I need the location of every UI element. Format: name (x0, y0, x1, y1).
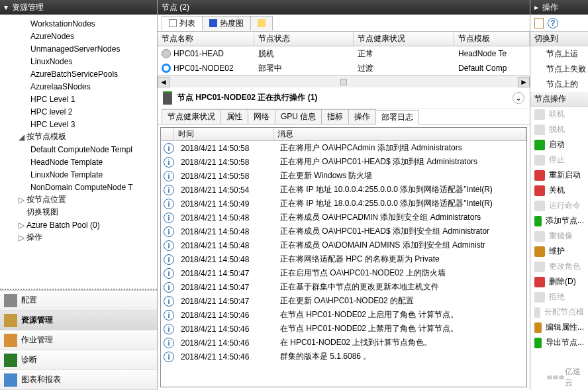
tree-item[interactable]: LinuxNode Template (0, 168, 157, 181)
info-icon: i (164, 143, 174, 154)
log-time: 2018/4/21 14:50:46 (177, 352, 276, 362)
table-row[interactable]: HPC01-NODE02部署中过渡Default Comp (158, 61, 530, 75)
detail-tab[interactable]: 部署日志 (375, 110, 419, 124)
tree-group-label: 按节点位置 (26, 194, 66, 205)
scroll-right-icon[interactable]: ► (518, 77, 530, 87)
grid-body: HPC01-HEAD脱机正常HeadNode TeHPC01-NODE02部署中… (158, 46, 530, 75)
log-row[interactable]: i2018/4/21 14:50:46在节点 HPC01-NODE02 上启用了… (161, 308, 526, 322)
action-item[interactable]: 启动 (530, 137, 588, 152)
tri-right-icon: ▷ (19, 220, 26, 230)
tree-item[interactable]: AzureBatchServicePools (0, 68, 157, 80)
tree-item[interactable]: NonDomain ComputeNode T (0, 181, 157, 193)
tree-item[interactable]: HPC Level 3 (0, 118, 157, 130)
log-row[interactable]: i2018/4/21 14:50:58正在将用户 OA\HPC01-HEAD$ … (161, 155, 526, 169)
detail-tab[interactable]: 指标 (321, 109, 349, 124)
action-item[interactable]: 导出节点... (530, 335, 588, 350)
view-tabs: 列表 热度图 (158, 15, 530, 32)
action-item[interactable]: 删除(D) (530, 274, 588, 289)
action-item[interactable]: 关机 (530, 183, 588, 198)
log-row[interactable]: i2018/4/21 14:50:48正在将网络适配器 HPC 的名称更新为 P… (161, 252, 526, 266)
col-node-name[interactable]: 节点名称 (158, 32, 254, 46)
log-row[interactable]: i2018/4/21 14:50:47正在基于群集中节点的更改更新本地主机文件 (161, 280, 526, 294)
tree-item[interactable]: LinuxNodes (0, 55, 157, 68)
tree-item[interactable]: UnmanagedServerNodes (0, 42, 157, 55)
clipboard-icon[interactable] (534, 18, 544, 28)
tree-item[interactable]: WorkstationNodes (0, 17, 157, 30)
nav-list: 配置资源管理作业管理诊断图表和报表 (0, 290, 157, 390)
left-title: 资源管理 (12, 2, 44, 13)
scroll-thumb[interactable] (340, 79, 347, 85)
log-body[interactable]: i2018/4/21 14:50:58正在将用户 OA\HPCAdmin 添加到… (161, 141, 526, 387)
log-row[interactable]: i2018/4/21 14:50:46在 HPC01-NODE02 上找到计算节… (161, 336, 526, 350)
tree-item[interactable]: AzureNodes (0, 30, 157, 42)
action-label: 维护 (549, 246, 565, 257)
detail-tab[interactable]: GPU 信息 (275, 109, 322, 124)
nav-label: 图表和报表 (21, 374, 61, 385)
collapse-icon[interactable]: ⌄ (513, 92, 524, 104)
tower-icon (163, 91, 172, 105)
action-icon (534, 109, 545, 120)
tree-item[interactable]: Default ComputeNode Templ (0, 143, 157, 156)
tree-item[interactable]: AzureIaaSNodes (0, 80, 157, 93)
action-item[interactable]: 添加节点... (530, 213, 588, 228)
col-time[interactable]: 时间 (174, 128, 273, 140)
log-row[interactable]: i2018/4/21 14:50:54正在将 IP 地址 10.0.0.4:25… (161, 183, 526, 197)
info-icon: i (164, 338, 174, 348)
switch-item[interactable]: 节点上的 (530, 77, 588, 92)
col-icon[interactable] (161, 128, 174, 140)
action-icon (534, 277, 545, 287)
help-icon[interactable]: ? (548, 18, 558, 28)
scroll-track[interactable] (170, 79, 518, 85)
tree-group[interactable]: ▷按节点位置 (0, 193, 157, 206)
h-scrollbar[interactable]: ◄ ► (158, 75, 530, 87)
log-row[interactable]: i2018/4/21 14:50:48正在将成员 OA\HPCADMIN 添加到… (161, 211, 526, 224)
tree-group[interactable]: 切换视图 (0, 206, 157, 219)
col-node-health[interactable]: 节点健康状况 (354, 32, 454, 46)
chevron-down-icon[interactable]: ▾ (4, 3, 8, 12)
switch-item[interactable]: 节点上失败 (530, 62, 588, 77)
nav-item[interactable]: 图表和报表 (0, 370, 157, 390)
tree-group[interactable]: ▷操作 (0, 231, 157, 244)
tree-item[interactable]: HPC Level 1 (0, 93, 157, 105)
log-row[interactable]: i2018/4/21 14:50:58正在更新 Windows 防火墙 (161, 169, 526, 183)
tab-new[interactable] (250, 16, 273, 30)
log-row[interactable]: i2018/4/21 14:50:47正在更新 OA\HPC01-NODE02 … (161, 294, 526, 308)
log-row[interactable]: i2018/4/21 14:50:46群集的版本是 5.1.6086 。 (161, 350, 526, 364)
action-icon (534, 231, 545, 242)
log-row[interactable]: i2018/4/21 14:50:46在节点 HPC01-NODE02 上禁用了… (161, 322, 526, 336)
col-node-template[interactable]: 节点模板 (454, 32, 530, 46)
col-node-state[interactable]: 节点状态 (254, 32, 354, 46)
log-row[interactable]: i2018/4/21 14:50:48正在将成员 OA\HPC01-HEAD$ … (161, 224, 526, 238)
nav-label: 诊断 (21, 354, 37, 366)
action-item: 停止 (530, 152, 588, 168)
cell-template: Default Comp (454, 64, 530, 73)
chevron-right-icon[interactable]: ▸ (534, 3, 538, 12)
nav-item[interactable]: 资源管理 (0, 311, 157, 330)
tree-item[interactable]: HPC level 2 (0, 105, 157, 118)
detail-tab[interactable]: 操作 (348, 109, 376, 124)
log-msg: 正在将成员 OA\HPCADMIN 添加到安全组 Administrators (276, 212, 526, 223)
tab-list[interactable]: 列表 (162, 16, 203, 30)
table-row[interactable]: HPC01-HEAD脱机正常HeadNode Te (158, 46, 530, 61)
tree-group[interactable]: ◢按节点模板 (0, 130, 157, 143)
scroll-left-icon[interactable]: ◄ (158, 77, 170, 87)
detail-tab[interactable]: 节点健康状况 (162, 109, 221, 124)
nav-item[interactable]: 配置 (0, 291, 157, 311)
log-row[interactable]: i2018/4/21 14:50:48正在将成员 OA\DOMAIN ADMIN… (161, 238, 526, 252)
switch-item[interactable]: 节点上运 (530, 46, 588, 62)
tree-group[interactable]: ▷Azure Batch Pool (0) (0, 219, 157, 231)
tree-item[interactable]: HeadNode Template (0, 156, 157, 168)
action-item[interactable]: 编辑属性... (530, 320, 588, 335)
nav-item[interactable]: 诊断 (0, 350, 157, 370)
log-row[interactable]: i2018/4/21 14:50:47正在启用节点 OA\HPC01-NODE0… (161, 266, 526, 280)
action-item[interactable]: 重新启动 (530, 168, 588, 183)
tab-heatmap[interactable]: 热度图 (202, 16, 251, 30)
detail-tab[interactable]: 网络 (248, 109, 275, 124)
action-item[interactable]: 维护 (530, 244, 588, 259)
tri-right-icon: ▷ (19, 195, 26, 205)
log-row[interactable]: i2018/4/21 14:50:58正在将用户 OA\HPCAdmin 添加到… (161, 141, 526, 155)
nav-item[interactable]: 作业管理 (0, 330, 157, 350)
log-row[interactable]: i2018/4/21 14:50:49正在将 IP 地址 18.0.0.4:25… (161, 197, 526, 211)
col-msg[interactable]: 消息 (273, 128, 526, 140)
detail-tab[interactable]: 属性 (220, 109, 248, 124)
